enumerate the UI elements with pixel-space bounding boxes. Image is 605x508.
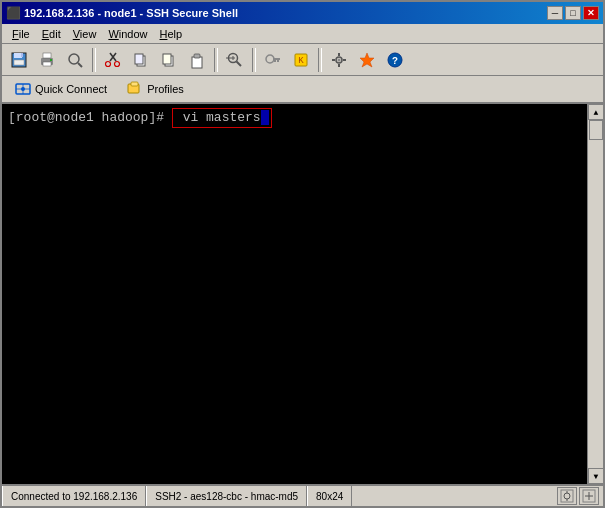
scroll-thumb[interactable]: [589, 120, 603, 140]
separator-1: [92, 48, 96, 72]
command-text: vi masters: [175, 110, 261, 125]
scrollbar[interactable]: ▲ ▼: [587, 104, 603, 484]
svg-rect-17: [163, 54, 171, 64]
status-icons: [553, 487, 603, 505]
scroll-down-button[interactable]: ▼: [588, 468, 603, 484]
scroll-up-button[interactable]: ▲: [588, 104, 603, 120]
svg-line-21: [237, 61, 242, 66]
terminal-line-1: [root@node1 hadoop]# vi masters: [8, 108, 581, 128]
menu-view[interactable]: View: [67, 27, 103, 41]
app-icon: ⬛: [6, 6, 20, 20]
status-extra-button[interactable]: [579, 487, 599, 505]
settings-button[interactable]: [326, 48, 352, 72]
svg-rect-27: [274, 60, 276, 62]
connection-status: Connected to 192.168.2.136: [2, 486, 146, 506]
command-input-box: vi masters: [172, 108, 272, 128]
svg-point-24: [266, 55, 274, 63]
copy-button[interactable]: [128, 48, 154, 72]
svg-rect-2: [14, 60, 24, 65]
key1-button[interactable]: [260, 48, 286, 72]
dimensions-status: 80x24: [307, 486, 352, 506]
scroll-track: [588, 120, 603, 468]
separator-4: [318, 48, 322, 72]
paste-button[interactable]: [184, 48, 210, 72]
toolbar: K ?: [2, 44, 603, 76]
svg-point-31: [338, 58, 341, 61]
svg-rect-6: [43, 62, 51, 66]
save-button[interactable]: [6, 48, 32, 72]
svg-point-7: [50, 59, 52, 61]
find-button[interactable]: [222, 48, 248, 72]
title-controls: ─ □ ✕: [547, 6, 599, 20]
status-bar: Connected to 192.168.2.136 SSH2 - aes128…: [2, 484, 603, 506]
status-settings-button[interactable]: [557, 487, 577, 505]
separator-3: [252, 48, 256, 72]
profiles-label: Profiles: [147, 83, 184, 95]
menu-window[interactable]: Window: [102, 27, 153, 41]
quick-connect-icon: [15, 81, 31, 97]
menu-edit[interactable]: Edit: [36, 27, 67, 41]
svg-rect-26: [277, 60, 279, 62]
svg-rect-5: [43, 53, 51, 58]
quick-connect-label: Quick Connect: [35, 83, 107, 95]
svg-point-12: [106, 61, 111, 66]
quickconnect-bar: Quick Connect Profiles: [2, 76, 603, 104]
close-button[interactable]: ✕: [583, 6, 599, 20]
title-bar-text: ⬛ 192.168.2.136 - node1 - SSH Secure She…: [6, 6, 238, 20]
menu-file[interactable]: File: [6, 27, 36, 41]
quick-connect-button[interactable]: Quick Connect: [8, 78, 114, 100]
svg-rect-18: [192, 57, 202, 68]
cut-button[interactable]: [100, 48, 126, 72]
window-title: 192.168.2.136 - node1 - SSH Secure Shell: [24, 7, 238, 19]
copy2-button[interactable]: [156, 48, 182, 72]
bookmark-button[interactable]: [354, 48, 380, 72]
svg-text:K: K: [298, 56, 304, 66]
help-button[interactable]: ?: [382, 48, 408, 72]
svg-line-9: [78, 63, 82, 67]
profiles-button[interactable]: Profiles: [120, 78, 191, 100]
minimize-button[interactable]: ─: [547, 6, 563, 20]
svg-rect-3: [21, 53, 23, 57]
profiles-icon: [127, 81, 143, 97]
main-window: ⬛ 192.168.2.136 - node1 - SSH Secure She…: [0, 0, 605, 508]
title-bar: ⬛ 192.168.2.136 - node1 - SSH Secure She…: [2, 2, 603, 24]
maximize-button[interactable]: □: [565, 6, 581, 20]
terminal-cursor: [261, 110, 269, 125]
find2-button[interactable]: [62, 48, 88, 72]
svg-point-13: [115, 61, 120, 66]
terminal-container: [root@node1 hadoop]# vi masters ▲ ▼: [2, 104, 603, 484]
svg-point-8: [69, 54, 79, 64]
svg-marker-36: [360, 53, 374, 67]
svg-rect-1: [14, 53, 22, 58]
svg-rect-19: [194, 54, 200, 58]
svg-rect-15: [135, 54, 143, 64]
print-button[interactable]: [34, 48, 60, 72]
svg-text:?: ?: [392, 56, 398, 67]
terminal-prompt: [root@node1 hadoop]#: [8, 109, 172, 127]
svg-rect-25: [273, 58, 280, 60]
encryption-status: SSH2 - aes128-cbc - hmac-md5: [146, 486, 307, 506]
separator-2: [214, 48, 218, 72]
menu-bar: File Edit View Window Help: [2, 24, 603, 44]
menu-help[interactable]: Help: [154, 27, 189, 41]
svg-rect-44: [131, 82, 138, 86]
terminal[interactable]: [root@node1 hadoop]# vi masters: [2, 104, 587, 484]
key2-button[interactable]: K: [288, 48, 314, 72]
